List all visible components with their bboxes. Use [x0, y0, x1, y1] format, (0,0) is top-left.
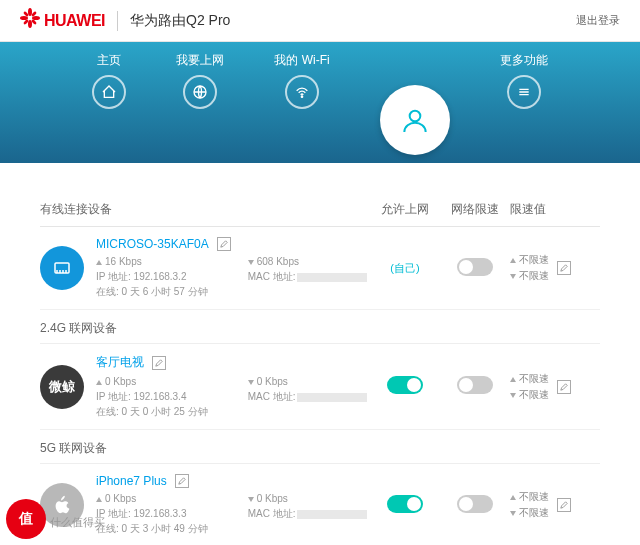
allow-toggle[interactable]	[387, 495, 423, 513]
nav-devices[interactable]: 终端管理	[380, 52, 450, 145]
content: 有线连接设备 允许上网 网络限速 限速值 MICROSO-35KAF0A 16 …	[0, 163, 640, 545]
user-icon	[380, 85, 450, 155]
home-icon	[92, 75, 126, 109]
col-device: 有线连接设备	[40, 201, 370, 218]
col-limit: 网络限速	[440, 201, 510, 218]
device-name[interactable]: MICROSO-35KAF0A	[96, 237, 209, 251]
tv-icon: 微鲸	[40, 365, 84, 409]
nav-internet[interactable]: 我要上网	[176, 52, 224, 109]
section-24g: 2.4G 联网设备	[40, 310, 600, 344]
edit-speed-icon[interactable]	[557, 498, 571, 512]
section-5g: 5G 联网设备	[40, 430, 600, 464]
table-header: 有线连接设备 允许上网 网络限速 限速值	[40, 193, 600, 227]
logout-link[interactable]: 退出登录	[576, 13, 620, 28]
limit-toggle[interactable]	[457, 495, 493, 513]
ethernet-icon	[40, 246, 84, 290]
edit-icon[interactable]	[175, 474, 189, 488]
svg-point-2	[20, 16, 28, 20]
menu-icon	[507, 75, 541, 109]
edit-icon[interactable]	[152, 356, 166, 370]
svg-point-0	[28, 8, 32, 16]
watermark-text: 什么值得买	[50, 515, 105, 530]
edit-speed-icon[interactable]	[557, 380, 571, 394]
globe-icon	[183, 75, 217, 109]
header: HUAWEI 华为路由Q2 Pro 退出登录	[0, 0, 640, 42]
main-nav: 主页 我要上网 我的 Wi-Fi 终端管理 更多功能	[0, 42, 640, 163]
svg-point-10	[409, 111, 420, 122]
nav-home[interactable]: 主页	[92, 52, 126, 109]
divider	[117, 11, 118, 31]
brand-logo: HUAWEI	[20, 8, 105, 33]
edit-icon[interactable]	[217, 237, 231, 251]
wifi-icon	[285, 75, 319, 109]
device-name[interactable]: iPhone7 Plus	[96, 474, 167, 488]
svg-point-9	[301, 96, 302, 97]
limit-toggle[interactable]	[457, 376, 493, 394]
nav-more[interactable]: 更多功能	[500, 52, 548, 109]
device-row-24g: 微鲸 客厅电视 0 Kbps IP 地址: 192.168.3.4 在线: 0 …	[40, 344, 600, 430]
device-name[interactable]: 客厅电视	[96, 354, 144, 371]
device-row-wired: MICROSO-35KAF0A 16 Kbps IP 地址: 192.168.3…	[40, 227, 600, 310]
watermark-icon: 值	[6, 499, 46, 539]
huawei-petal-icon	[20, 8, 40, 33]
svg-point-1	[28, 20, 32, 28]
nav-wifi[interactable]: 我的 Wi-Fi	[274, 52, 329, 109]
svg-point-3	[32, 16, 40, 20]
device-row-5g: iPhone7 Plus 0 Kbps IP 地址: 192.168.3.3 在…	[40, 464, 600, 545]
brand-text: HUAWEI	[44, 12, 105, 30]
product-name: 华为路由Q2 Pro	[130, 12, 230, 30]
allow-toggle[interactable]	[387, 376, 423, 394]
limit-toggle[interactable]	[457, 258, 493, 276]
col-allow: 允许上网	[370, 201, 440, 218]
edit-speed-icon[interactable]	[557, 261, 571, 275]
self-tag: (自己)	[390, 262, 419, 274]
col-speed: 限速值	[510, 201, 600, 218]
